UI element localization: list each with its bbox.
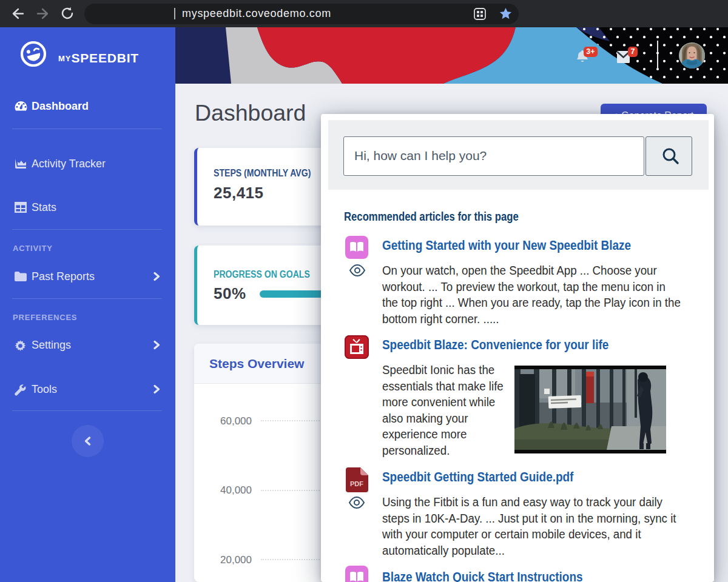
svg-text:PDF: PDF (350, 480, 363, 487)
